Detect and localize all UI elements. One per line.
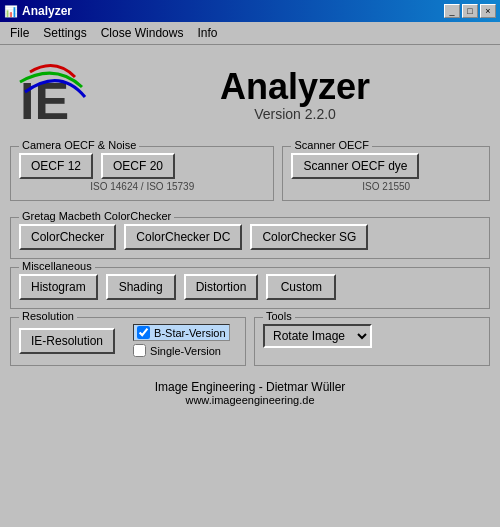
camera-iso-label: ISO 14624 / ISO 15739: [19, 181, 265, 192]
ie-resolution-button[interactable]: IE-Resolution: [19, 328, 115, 354]
colorchecker-button[interactable]: ColorChecker: [19, 224, 116, 250]
title-bar-left: 📊 Analyzer: [4, 4, 72, 18]
checkbox-area: B-Star-Version Single-Version: [133, 324, 230, 357]
misc-buttons-row: Histogram Shading Distortion Custom: [19, 274, 481, 300]
maximize-button[interactable]: □: [462, 4, 478, 18]
single-label: Single-Version: [150, 345, 221, 357]
app-icon: 📊: [4, 5, 18, 18]
app-title-area: Analyzer Version 2.2.0: [100, 67, 490, 123]
footer-company: Image Engineering - Dietmar Wüller: [10, 380, 490, 394]
colorchecker-sg-button[interactable]: ColorChecker SG: [250, 224, 368, 250]
colorchecker-group: Gretag Macbeth ColorChecker ColorChecker…: [10, 217, 490, 259]
app-version: Version 2.2.0: [100, 106, 490, 122]
oecf20-button[interactable]: OECF 20: [101, 153, 175, 179]
bottom-row: Resolution IE-Resolution B-Star-Version …: [10, 317, 490, 374]
rotate-image-dropdown[interactable]: Rotate Image Flip Horizontal Flip Vertic…: [263, 324, 372, 348]
menu-file[interactable]: File: [4, 24, 35, 42]
resolution-row: IE-Resolution B-Star-Version Single-Vers…: [19, 324, 237, 357]
tools-group: Tools Rotate Image Flip Horizontal Flip …: [254, 317, 490, 366]
close-button[interactable]: ×: [480, 4, 496, 18]
menu-info[interactable]: Info: [191, 24, 223, 42]
colorchecker-group-label: Gretag Macbeth ColorChecker: [19, 210, 174, 222]
camera-group-label: Camera OECF & Noise: [19, 139, 139, 151]
footer-website: www.imageengineering.de: [10, 394, 490, 406]
minimize-button[interactable]: _: [444, 4, 460, 18]
bstar-label: B-Star-Version: [154, 327, 226, 339]
distortion-button[interactable]: Distortion: [184, 274, 259, 300]
logo-svg: IE: [10, 57, 100, 132]
shading-button[interactable]: Shading: [106, 274, 176, 300]
tools-group-label: Tools: [263, 310, 295, 322]
bstar-checkbox[interactable]: [137, 326, 150, 339]
single-checkbox-row[interactable]: Single-Version: [133, 344, 230, 357]
menu-settings[interactable]: Settings: [37, 24, 92, 42]
header-section: IE Analyzer Version 2.2.0: [10, 53, 490, 136]
menu-close-windows[interactable]: Close Windows: [95, 24, 190, 42]
bstar-checkbox-row[interactable]: B-Star-Version: [133, 324, 230, 341]
scanner-group-label: Scanner OECF: [291, 139, 372, 151]
scanner-buttons-row: Scanner OECF dye: [291, 153, 481, 179]
misc-group-label: Miscellaneous: [19, 260, 95, 272]
menu-bar: File Settings Close Windows Info: [0, 22, 500, 45]
scanner-iso-label: ISO 21550: [291, 181, 481, 192]
logo-area: IE: [10, 57, 100, 132]
title-bar-controls: _ □ ×: [444, 4, 496, 18]
resolution-group-label: Resolution: [19, 310, 77, 322]
top-groups-row: Camera OECF & Noise OECF 12 OECF 20 ISO …: [10, 146, 490, 209]
scanner-oecf-dye-button[interactable]: Scanner OECF dye: [291, 153, 419, 179]
app-title: Analyzer: [100, 67, 490, 107]
camera-buttons-row: OECF 12 OECF 20: [19, 153, 265, 179]
histogram-button[interactable]: Histogram: [19, 274, 98, 300]
custom-button[interactable]: Custom: [266, 274, 336, 300]
colorchecker-dc-button[interactable]: ColorChecker DC: [124, 224, 242, 250]
title-bar-text: Analyzer: [22, 4, 72, 18]
camera-group: Camera OECF & Noise OECF 12 OECF 20 ISO …: [10, 146, 274, 201]
single-checkbox[interactable]: [133, 344, 146, 357]
title-bar: 📊 Analyzer _ □ ×: [0, 0, 500, 22]
footer: Image Engineering - Dietmar Wüller www.i…: [10, 380, 490, 406]
main-content: IE Analyzer Version 2.2.0 Camera OECF & …: [0, 45, 500, 414]
misc-group: Miscellaneous Histogram Shading Distorti…: [10, 267, 490, 309]
oecf12-button[interactable]: OECF 12: [19, 153, 93, 179]
scanner-group: Scanner OECF Scanner OECF dye ISO 21550: [282, 146, 490, 201]
resolution-group: Resolution IE-Resolution B-Star-Version …: [10, 317, 246, 366]
colorchecker-buttons-row: ColorChecker ColorChecker DC ColorChecke…: [19, 224, 481, 250]
